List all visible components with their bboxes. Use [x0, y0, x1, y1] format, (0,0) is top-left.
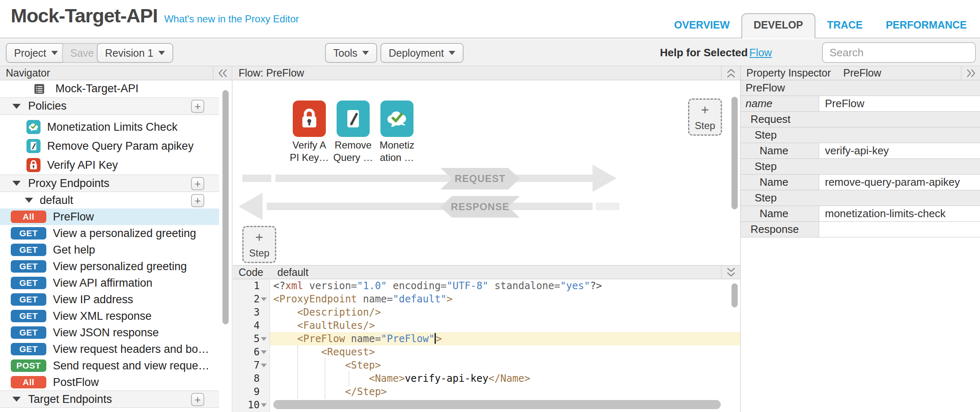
section-policies[interactable]: Policies +	[0, 98, 219, 115]
fold-caret-icon[interactable]	[261, 364, 267, 367]
tools-dropdown[interactable]: Tools	[325, 43, 377, 63]
code-line[interactable]: <FaultRules/>	[270, 319, 740, 332]
response-flow-bar	[596, 203, 619, 210]
deployment-dropdown[interactable]: Deployment	[380, 43, 464, 63]
add-target-endpoint-button[interactable]: +	[191, 393, 204, 406]
code-line[interactable]: <Request>	[270, 345, 740, 359]
toolbar: Project Save Revision 1 Tools Deployment…	[0, 39, 980, 66]
code-line[interactable]: <Description/>	[270, 306, 740, 319]
property-inspector-title: Property Inspector	[746, 67, 831, 79]
save-button[interactable]: Save	[62, 43, 102, 63]
property-value[interactable]: PreFlow	[819, 96, 980, 111]
property-value[interactable]: remove-query-param-apikey	[819, 175, 980, 190]
flow-item[interactable]: GET Get help	[0, 242, 219, 258]
code-line[interactable]: <ProxyEndpoint name="default">	[270, 292, 740, 306]
policy-item[interactable]: Verify API Key	[0, 156, 219, 175]
plus-icon: +	[701, 103, 709, 117]
tab-overview[interactable]: OVERVIEW	[662, 14, 741, 38]
flow-policy-cloud-check-icon[interactable]	[380, 101, 414, 137]
flow-panel-title: Flow: PreFlow	[239, 67, 304, 79]
flow-item[interactable]: All PostFlow	[0, 374, 219, 390]
inspector-collapse-button[interactable]	[961, 66, 980, 80]
code-vertical-scrollbar[interactable]	[731, 283, 738, 307]
chevron-down-icon	[158, 51, 165, 55]
property-value[interactable]: verify-api-key	[819, 143, 980, 158]
property-label: Name	[741, 175, 819, 190]
code-line[interactable]: <Name>verify-api-key</Name>	[270, 372, 740, 385]
request-arrowhead-icon	[593, 165, 617, 192]
add-step-button-request[interactable]: + Step	[688, 98, 722, 136]
method-badge: GET	[11, 260, 46, 273]
code-horizontal-scrollbar[interactable]	[273, 400, 721, 409]
property-table: PreFlow name PreFlow Request Step Name v…	[741, 80, 980, 237]
navigator-tree: Mock-Target-API Policies + Monetization …	[0, 80, 232, 412]
line-number: 6	[233, 345, 270, 359]
caret-down-icon	[25, 198, 33, 203]
tab-performance[interactable]: PERFORMANCE	[874, 14, 978, 38]
navigator-scrollbar[interactable]	[222, 90, 229, 324]
flow-item[interactable]: GET View JSON response	[0, 324, 219, 341]
flow-policy-lock-icon[interactable]	[293, 101, 326, 137]
code-collapse-button[interactable]	[721, 266, 740, 279]
fold-caret-icon[interactable]	[261, 297, 267, 301]
tab-trace[interactable]: TRACE	[815, 14, 874, 38]
navigator-item-root[interactable]: Mock-Target-API	[0, 80, 219, 98]
fold-caret-icon[interactable]	[261, 350, 267, 354]
code-content[interactable]: <?xml version="1.0" encoding="UTF-8" sta…	[270, 279, 740, 412]
request-flow-bar	[242, 175, 271, 182]
whats-new-link[interactable]: What's new in the Proxy Editor	[164, 13, 299, 25]
property-inspector-header: Property Inspector PreFlow	[741, 66, 980, 80]
revision-dropdown[interactable]: Revision 1	[97, 43, 173, 63]
flow-item[interactable]: GET View API affirmation	[0, 275, 219, 291]
fold-caret-icon[interactable]	[261, 337, 267, 341]
flow-collapse-button[interactable]	[721, 66, 740, 80]
code-editor[interactable]: 1 2 3 4 5 6 7	[233, 279, 740, 412]
property-section-row: Step	[741, 159, 980, 175]
flow-policy-label: Verify API Key…	[284, 139, 334, 164]
flow-item[interactable]: GET View a personalized greeting	[0, 225, 219, 242]
property-value[interactable]: monetization-limits-check	[819, 206, 980, 221]
policy-item[interactable]: Remove Query Param apikey	[0, 137, 219, 156]
section-proxy-endpoints[interactable]: Proxy Endpoints +	[0, 175, 219, 192]
flow-item[interactable]: All PreFlow	[0, 208, 219, 225]
property-label: name	[741, 96, 819, 111]
code-line[interactable]: <Step>	[270, 359, 740, 372]
flow-item[interactable]: POST Send request and view reque…	[0, 357, 219, 374]
navigator-header: Navigator	[0, 66, 232, 80]
add-proxy-endpoint-button[interactable]: +	[191, 177, 204, 190]
endpoint-group-default[interactable]: default +	[0, 192, 219, 208]
flow-item[interactable]: GET View IP address	[0, 291, 219, 308]
property-value[interactable]	[819, 222, 980, 237]
code-line[interactable]: <?xml version="1.0" encoding="UTF-8" sta…	[270, 279, 740, 292]
fold-caret-icon[interactable]	[261, 403, 267, 407]
property-field-row: Response	[741, 222, 980, 237]
code-line[interactable]: </Step>	[270, 385, 740, 398]
flow-item[interactable]: GET View personalized greeting	[0, 258, 219, 275]
search-input[interactable]	[822, 42, 976, 63]
flow-help-link[interactable]: Flow	[749, 39, 772, 66]
flow-item[interactable]: GET View XML response	[0, 308, 219, 324]
add-policy-button[interactable]: +	[191, 100, 204, 113]
flow-policy-pencil-icon[interactable]	[337, 101, 370, 137]
tab-develop[interactable]: DEVELOP	[741, 13, 815, 38]
add-step-button-response[interactable]: + Step	[242, 226, 276, 263]
property-field-row: Name remove-query-param-apikey	[741, 175, 980, 190]
property-label: Name	[741, 206, 819, 221]
indent-guide	[325, 359, 325, 398]
project-dropdown[interactable]: Project	[6, 43, 66, 63]
method-badge: GET	[11, 310, 46, 322]
navigator-collapse-button[interactable]	[213, 66, 232, 80]
flow-item[interactable]: GET View request headers and bo…	[0, 341, 219, 357]
property-field-row: Name monetization-limits-check	[741, 206, 980, 222]
policy-item[interactable]: Monetization Limits Check	[0, 117, 219, 137]
app-header: Mock-Target-API What's new in the Proxy …	[0, 0, 980, 38]
property-field-row: name PreFlow	[741, 96, 980, 112]
add-conditional-flow-button[interactable]: +	[191, 194, 204, 207]
line-number: 5	[233, 332, 270, 345]
flow-diagram: Verify API Key…RemoveQuery …Monetization…	[233, 80, 740, 265]
chevron-double-down-icon	[726, 267, 736, 278]
code-line[interactable]: <PreFlow name="PreFlow">	[270, 332, 740, 345]
indent-guide	[349, 372, 349, 385]
section-target-endpoints[interactable]: Target Endpoints +	[0, 390, 219, 408]
flow-scrollbar[interactable]	[731, 97, 738, 209]
